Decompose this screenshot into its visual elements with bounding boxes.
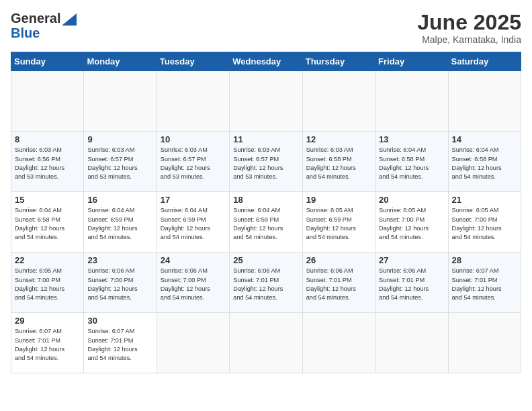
day-number: 24 <box>161 255 226 265</box>
calendar-day-cell: 17Sunrise: 6:04 AM Sunset: 6:59 PM Dayli… <box>157 192 229 253</box>
calendar-day-cell: 8Sunrise: 6:03 AM Sunset: 6:56 PM Daylig… <box>11 132 84 192</box>
day-number: 15 <box>15 195 80 205</box>
day-number: 23 <box>87 255 152 265</box>
day-number: 29 <box>15 316 80 326</box>
calendar-day-cell: 11Sunrise: 6:03 AM Sunset: 6:57 PM Dayli… <box>230 132 302 192</box>
weekday-header: Friday <box>375 52 448 71</box>
day-info: Sunrise: 6:06 AM Sunset: 7:00 PM Dayligh… <box>161 267 226 302</box>
calendar-week-row: 29Sunrise: 6:07 AM Sunset: 7:01 PM Dayli… <box>11 313 521 373</box>
calendar-day-cell: 15Sunrise: 6:04 AM Sunset: 6:58 PM Dayli… <box>11 192 84 253</box>
calendar-week-row: 8Sunrise: 6:03 AM Sunset: 6:56 PM Daylig… <box>11 132 521 192</box>
day-number: 11 <box>233 134 298 144</box>
day-info: Sunrise: 6:05 AM Sunset: 6:59 PM Dayligh… <box>306 206 371 242</box>
month-title: June 2025 <box>417 11 521 34</box>
calendar-day-cell: 16Sunrise: 6:04 AM Sunset: 6:59 PM Dayli… <box>84 192 157 253</box>
calendar-table: SundayMondayTuesdayWednesdayThursdayFrid… <box>11 52 521 373</box>
calendar-day-cell <box>375 71 448 132</box>
calendar-day-cell: 23Sunrise: 6:06 AM Sunset: 7:00 PM Dayli… <box>84 253 157 313</box>
day-number: 26 <box>306 255 371 265</box>
calendar-day-cell: 12Sunrise: 6:03 AM Sunset: 6:58 PM Dayli… <box>302 132 375 192</box>
day-info: Sunrise: 6:03 AM Sunset: 6:57 PM Dayligh… <box>87 146 152 181</box>
day-info: Sunrise: 6:04 AM Sunset: 6:58 PM Dayligh… <box>452 146 517 181</box>
day-info: Sunrise: 6:05 AM Sunset: 7:00 PM Dayligh… <box>15 267 80 302</box>
day-number: 22 <box>15 255 80 265</box>
calendar-day-cell: 19Sunrise: 6:05 AM Sunset: 6:59 PM Dayli… <box>302 192 375 253</box>
title-block: June 2025 Malpe, Karnataka, India <box>417 11 521 45</box>
calendar-day-cell <box>84 71 157 132</box>
calendar-week-row: 22Sunrise: 6:05 AM Sunset: 7:00 PM Dayli… <box>11 253 521 313</box>
day-info: Sunrise: 6:06 AM Sunset: 7:01 PM Dayligh… <box>379 267 444 302</box>
calendar-day-cell <box>230 71 302 132</box>
day-info: Sunrise: 6:06 AM Sunset: 7:00 PM Dayligh… <box>87 267 152 302</box>
day-info: Sunrise: 6:03 AM Sunset: 6:57 PM Dayligh… <box>233 146 298 181</box>
calendar-day-cell: 25Sunrise: 6:06 AM Sunset: 7:01 PM Dayli… <box>230 253 302 313</box>
day-number: 25 <box>233 255 298 265</box>
calendar-day-cell <box>230 313 302 373</box>
calendar-day-cell: 22Sunrise: 6:05 AM Sunset: 7:00 PM Dayli… <box>11 253 84 313</box>
calendar-day-cell <box>448 71 521 132</box>
day-info: Sunrise: 6:07 AM Sunset: 7:01 PM Dayligh… <box>15 327 80 363</box>
day-number: 8 <box>15 134 80 144</box>
day-info: Sunrise: 6:04 AM Sunset: 6:58 PM Dayligh… <box>15 206 80 242</box>
calendar-day-cell: 28Sunrise: 6:07 AM Sunset: 7:01 PM Dayli… <box>448 253 521 313</box>
day-info: Sunrise: 6:04 AM Sunset: 6:59 PM Dayligh… <box>87 206 152 242</box>
day-info: Sunrise: 6:03 AM Sunset: 6:56 PM Dayligh… <box>15 146 80 181</box>
logo-general: General <box>11 11 60 26</box>
day-info: Sunrise: 6:07 AM Sunset: 7:01 PM Dayligh… <box>87 327 152 363</box>
weekday-header: Thursday <box>302 52 375 71</box>
logo: General Blue <box>11 11 77 40</box>
calendar-day-cell: 9Sunrise: 6:03 AM Sunset: 6:57 PM Daylig… <box>84 132 157 192</box>
calendar-day-cell <box>448 313 521 373</box>
day-info: Sunrise: 6:05 AM Sunset: 7:00 PM Dayligh… <box>452 206 517 242</box>
calendar-day-cell: 10Sunrise: 6:03 AM Sunset: 6:57 PM Dayli… <box>157 132 229 192</box>
calendar-day-cell: 14Sunrise: 6:04 AM Sunset: 6:58 PM Dayli… <box>448 132 521 192</box>
day-number: 17 <box>161 195 226 205</box>
calendar-day-cell: 24Sunrise: 6:06 AM Sunset: 7:00 PM Dayli… <box>157 253 229 313</box>
day-info: Sunrise: 6:04 AM Sunset: 6:58 PM Dayligh… <box>379 146 444 181</box>
day-info: Sunrise: 6:05 AM Sunset: 7:00 PM Dayligh… <box>379 206 444 242</box>
day-info: Sunrise: 6:03 AM Sunset: 6:58 PM Dayligh… <box>306 146 371 181</box>
day-number: 14 <box>452 134 517 144</box>
calendar-day-cell: 20Sunrise: 6:05 AM Sunset: 7:00 PM Dayli… <box>375 192 448 253</box>
day-number: 20 <box>379 195 444 205</box>
calendar-day-cell: 30Sunrise: 6:07 AM Sunset: 7:01 PM Dayli… <box>84 313 157 373</box>
calendar-day-cell: 18Sunrise: 6:04 AM Sunset: 6:59 PM Dayli… <box>230 192 302 253</box>
calendar-header-row: SundayMondayTuesdayWednesdayThursdayFrid… <box>11 52 521 71</box>
calendar-week-row: 15Sunrise: 6:04 AM Sunset: 6:58 PM Dayli… <box>11 192 521 253</box>
day-number: 12 <box>306 134 371 144</box>
weekday-header: Monday <box>84 52 157 71</box>
calendar-day-cell <box>302 313 375 373</box>
weekday-header: Wednesday <box>230 52 302 71</box>
weekday-header: Saturday <box>448 52 521 71</box>
calendar-day-cell <box>302 71 375 132</box>
calendar-day-cell: 27Sunrise: 6:06 AM Sunset: 7:01 PM Dayli… <box>375 253 448 313</box>
calendar-day-cell <box>375 313 448 373</box>
day-number: 10 <box>161 134 226 144</box>
location: Malpe, Karnataka, India <box>417 34 521 45</box>
day-info: Sunrise: 6:03 AM Sunset: 6:57 PM Dayligh… <box>161 146 226 181</box>
day-info: Sunrise: 6:06 AM Sunset: 7:01 PM Dayligh… <box>233 267 298 302</box>
day-info: Sunrise: 6:04 AM Sunset: 6:59 PM Dayligh… <box>161 206 226 242</box>
day-number: 30 <box>87 316 152 326</box>
calendar-week-row <box>11 71 521 132</box>
day-number: 18 <box>233 195 298 205</box>
weekday-header: Tuesday <box>157 52 229 71</box>
calendar-day-cell: 26Sunrise: 6:06 AM Sunset: 7:01 PM Dayli… <box>302 253 375 313</box>
calendar-day-cell <box>11 71 84 132</box>
day-info: Sunrise: 6:06 AM Sunset: 7:01 PM Dayligh… <box>306 267 371 302</box>
day-number: 16 <box>87 195 152 205</box>
day-number: 21 <box>452 195 517 205</box>
logo-blue: Blue <box>11 26 77 40</box>
weekday-header: Sunday <box>11 52 84 71</box>
calendar-day-cell: 13Sunrise: 6:04 AM Sunset: 6:58 PM Dayli… <box>375 132 448 192</box>
svg-marker-0 <box>62 13 77 26</box>
day-info: Sunrise: 6:04 AM Sunset: 6:59 PM Dayligh… <box>233 206 298 242</box>
day-number: 19 <box>306 195 371 205</box>
calendar-day-cell: 21Sunrise: 6:05 AM Sunset: 7:00 PM Dayli… <box>448 192 521 253</box>
day-number: 27 <box>379 255 444 265</box>
day-number: 28 <box>452 255 517 265</box>
day-number: 13 <box>379 134 444 144</box>
logo-icon <box>62 13 77 26</box>
calendar-day-cell <box>157 71 229 132</box>
calendar-day-cell: 29Sunrise: 6:07 AM Sunset: 7:01 PM Dayli… <box>11 313 84 373</box>
